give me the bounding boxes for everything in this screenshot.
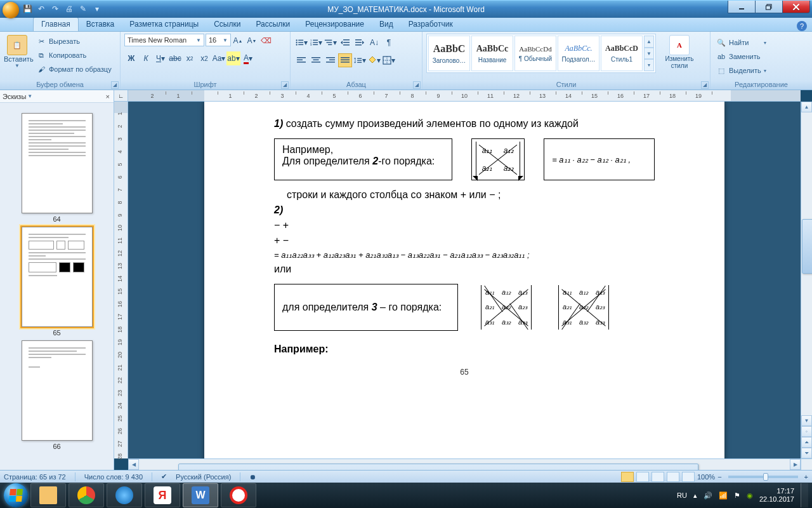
- view-print-layout[interactable]: [621, 472, 634, 482]
- grow-font-button[interactable]: A▲: [231, 34, 245, 48]
- zoom-out-icon[interactable]: −: [717, 473, 721, 481]
- minimize-button[interactable]: [728, 1, 756, 13]
- view-full-screen[interactable]: [636, 472, 649, 482]
- find-button[interactable]: 🔍 Найти ▾: [714, 36, 768, 49]
- volume-icon[interactable]: 🔊: [704, 491, 712, 500]
- qat-undo-icon[interactable]: ↶: [36, 3, 47, 15]
- italic-button[interactable]: К: [139, 51, 153, 65]
- view-web-layout[interactable]: [652, 472, 664, 482]
- font-size-combo[interactable]: 16 ▼: [206, 34, 231, 46]
- styles-gallery[interactable]: AaBbC Заголово… AaBbCc Название AaBbCcDd…: [426, 34, 656, 73]
- style-style1[interactable]: AaBbCcD Стиль1: [601, 36, 643, 71]
- highlight-button[interactable]: ab▾: [226, 51, 240, 65]
- office-button[interactable]: [3, 2, 19, 18]
- align-center-button[interactable]: [309, 53, 323, 67]
- sort-button[interactable]: A↓: [367, 36, 381, 50]
- nvidia-icon[interactable]: ◉: [747, 491, 753, 500]
- input-language[interactable]: RU: [677, 491, 687, 499]
- line-spacing-button[interactable]: ▾: [353, 53, 367, 67]
- chevron-down-icon[interactable]: ▼: [27, 93, 32, 99]
- taskbar-word[interactable]: W: [183, 483, 218, 507]
- horizontal-ruler[interactable]: 2112345678910111213141516171819: [128, 90, 801, 102]
- proofing-icon[interactable]: ✔: [161, 472, 167, 481]
- numbering-button[interactable]: 123▾: [309, 36, 323, 50]
- copy-button[interactable]: ⧉ Копировать: [34, 49, 114, 62]
- zoom-value[interactable]: 100%: [697, 473, 715, 481]
- next-page-icon[interactable]: ⏷: [801, 448, 812, 458]
- select-button[interactable]: ⬚ Выделить ▾: [714, 64, 768, 77]
- status-page[interactable]: Страница: 65 из 72: [4, 473, 66, 481]
- scroll-thumb[interactable]: [802, 219, 812, 274]
- qat-redo-icon[interactable]: ↷: [49, 3, 61, 15]
- prev-page-icon[interactable]: ⏶: [801, 437, 812, 448]
- tray-up-icon[interactable]: ▴: [693, 491, 697, 500]
- scroll-left-icon[interactable]: ◀: [128, 459, 139, 470]
- font-color-button[interactable]: A▾: [241, 51, 255, 65]
- gallery-down-icon[interactable]: ▼: [644, 48, 654, 60]
- zoom-knob[interactable]: [763, 473, 768, 481]
- justify-button[interactable]: [338, 53, 352, 67]
- align-right-button[interactable]: [324, 53, 337, 67]
- tab-mailings[interactable]: Рассылки: [248, 18, 298, 31]
- zoom-in-icon[interactable]: +: [804, 473, 808, 481]
- format-painter-button[interactable]: 🖌 Формат по образцу: [34, 63, 114, 76]
- show-desktop-button[interactable]: [801, 483, 808, 507]
- macro-record-icon[interactable]: ⏺: [249, 473, 256, 481]
- view-outline[interactable]: [667, 472, 679, 482]
- thumbnail-page[interactable]: [22, 340, 93, 441]
- tab-insert[interactable]: Вставка: [79, 18, 122, 31]
- scroll-up-icon[interactable]: ▲: [801, 102, 812, 112]
- bullets-button[interactable]: ▾: [294, 36, 308, 50]
- tab-review[interactable]: Рецензирование: [298, 18, 372, 31]
- font-dialog-launcher[interactable]: ◢: [281, 81, 289, 89]
- thumbnails-list[interactable]: 64 65 66: [0, 103, 114, 470]
- horizontal-scrollbar[interactable]: ◀ ▶: [128, 458, 801, 470]
- taskbar-yandex[interactable]: Я: [145, 483, 180, 507]
- close-button[interactable]: [782, 1, 810, 13]
- clear-format-button[interactable]: ⌫: [259, 34, 273, 48]
- gallery-more-icon[interactable]: ▾: [644, 59, 654, 71]
- vertical-ruler[interactable]: 1234567891011121314151617181920212223242…: [114, 102, 128, 458]
- start-button[interactable]: [4, 483, 28, 507]
- subscript-button[interactable]: x2: [183, 51, 197, 65]
- scroll-right-icon[interactable]: ▶: [790, 459, 801, 470]
- font-name-combo[interactable]: Times New Roman ▼: [124, 34, 204, 46]
- superscript-button[interactable]: x2: [197, 51, 211, 65]
- scroll-thumb[interactable]: [178, 464, 699, 470]
- taskbar-browser[interactable]: [221, 483, 256, 507]
- change-styles-button[interactable]: A Изменить стили: [660, 34, 699, 69]
- shading-button[interactable]: ▾: [367, 53, 381, 67]
- align-left-button[interactable]: [294, 53, 308, 67]
- replace-button[interactable]: ab Заменить: [714, 50, 768, 63]
- show-marks-button[interactable]: ¶: [382, 36, 396, 50]
- network-icon[interactable]: 📶: [719, 491, 728, 500]
- decrease-indent-button[interactable]: [338, 36, 352, 50]
- borders-button[interactable]: ▾: [382, 53, 396, 67]
- maximize-button[interactable]: [755, 1, 783, 13]
- action-center-icon[interactable]: ⚑: [734, 491, 740, 500]
- tab-home[interactable]: Главная: [33, 17, 79, 31]
- tab-developer[interactable]: Разработчик: [401, 18, 461, 31]
- bold-button[interactable]: Ж: [124, 51, 138, 65]
- tab-references[interactable]: Ссылки: [206, 18, 248, 31]
- zoom-slider[interactable]: [728, 476, 798, 478]
- qat-more-icon[interactable]: ▾: [91, 3, 103, 15]
- clock[interactable]: 17:17 22.10.2017: [759, 487, 794, 504]
- strike-button[interactable]: abc: [168, 51, 182, 65]
- close-pane-icon[interactable]: ×: [106, 93, 110, 100]
- gallery-up-icon[interactable]: ▲: [644, 36, 654, 48]
- scroll-down-icon[interactable]: ▼: [801, 415, 812, 426]
- help-icon[interactable]: ?: [797, 21, 807, 31]
- view-draft[interactable]: [682, 472, 695, 482]
- qat-save-icon[interactable]: 💾: [22, 3, 33, 15]
- ruler-corner[interactable]: ∟: [114, 90, 128, 102]
- cut-button[interactable]: ✂ Вырезать: [34, 35, 114, 48]
- style-normal[interactable]: AaBbCcDd ¶ Обычный: [514, 36, 556, 71]
- page-viewport[interactable]: 1) создать сумму произведений элементов …: [128, 102, 801, 458]
- document-page[interactable]: 1) создать сумму произведений элементов …: [204, 102, 724, 458]
- taskbar-explorer[interactable]: [30, 483, 66, 507]
- paragraph-dialog-launcher[interactable]: ◢: [413, 81, 421, 89]
- taskbar-chrome[interactable]: [69, 483, 104, 507]
- qat-print-icon[interactable]: 🖨: [63, 3, 75, 15]
- status-words[interactable]: Число слов: 9 430: [84, 473, 143, 481]
